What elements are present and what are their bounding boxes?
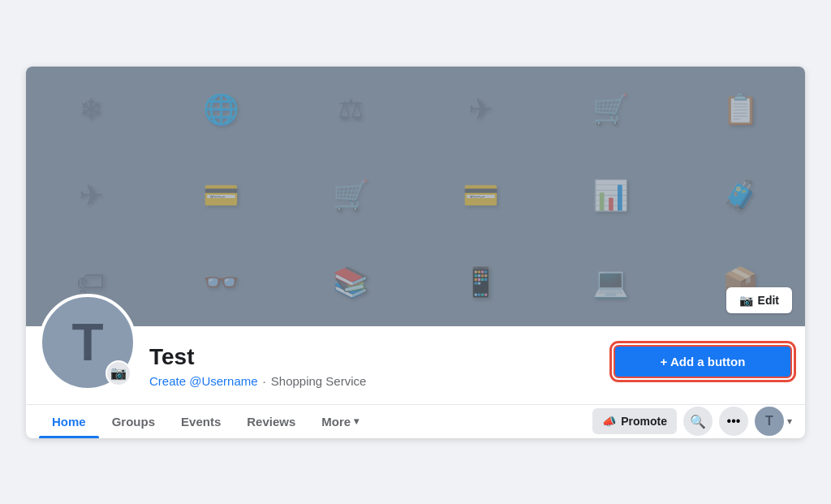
nav-home-label: Home	[52, 415, 86, 429]
page-details: Test Create @Username · Shopping Service	[149, 343, 601, 391]
nav-item-groups[interactable]: Groups	[99, 405, 168, 438]
create-username-link[interactable]: Create @Username	[149, 374, 258, 388]
search-button[interactable]: 🔍	[683, 407, 713, 436]
cover-icon: 💳	[156, 153, 286, 239]
page-category: Shopping Service	[271, 374, 367, 388]
nav-bar: Home Groups Events Reviews More ▾ 📣 Prom…	[26, 404, 805, 438]
promote-label: Promote	[621, 415, 667, 428]
promote-button[interactable]: 📣 Promote	[592, 408, 677, 434]
search-icon: 🔍	[690, 414, 706, 429]
nav-item-events[interactable]: Events	[168, 405, 234, 438]
cover-icons-grid: ❄ 🌐 ⚖ ✈ 🛒 📋 ✈ 💳 🛒 💳 📊 🧳 🏷 👓 📚 📱 💻 📦	[26, 67, 805, 326]
nav-links: Home Groups Events Reviews More ▾	[39, 405, 372, 438]
nav-reviews-label: Reviews	[247, 415, 295, 429]
profile-info-row: T 📷 Test Create @Username · Shopping Ser…	[39, 326, 792, 404]
action-buttons: + Add a button	[614, 345, 792, 391]
cover-icon: ⚖	[286, 67, 416, 153]
ellipsis-icon: •••	[727, 414, 741, 429]
nav-more-label: More	[321, 415, 351, 429]
facebook-page-container: ❄ 🌐 ⚖ ✈ 🛒 📋 ✈ 💳 🛒 💳 📊 🧳 🏷 👓 📚 📱 💻 📦 📷 Ed…	[26, 67, 805, 438]
dot-separator: ·	[263, 374, 266, 388]
cover-icon: 📊	[545, 153, 675, 239]
nav-item-home[interactable]: Home	[39, 405, 99, 438]
cover-icon: 🧳	[675, 153, 805, 239]
avatar-wrapper: T 📷	[39, 294, 136, 391]
cover-icon: 📱	[416, 239, 545, 326]
nav-actions: 📣 Promote 🔍 ••• T ▾	[592, 407, 792, 436]
cover-icon: 🛒	[286, 153, 416, 239]
cover-icon: 💻	[545, 239, 675, 326]
camera-icon: 📷	[739, 294, 753, 307]
nav-avatar-button[interactable]: T	[755, 407, 784, 436]
page-meta: Create @Username · Shopping Service	[149, 374, 601, 388]
nav-avatar-group: T ▾	[755, 407, 792, 436]
edit-cover-label: Edit	[758, 294, 779, 307]
nav-item-reviews[interactable]: Reviews	[234, 405, 308, 438]
nav-groups-label: Groups	[112, 415, 155, 429]
avatar-letter: T	[71, 312, 103, 373]
cover-icon: 👓	[156, 239, 286, 326]
profile-section: T 📷 Test Create @Username · Shopping Ser…	[26, 326, 805, 404]
cover-icon: ❄	[26, 67, 156, 153]
cover-icon: 💳	[416, 153, 545, 239]
cover-icon: 📋	[675, 67, 805, 153]
nav-item-more[interactable]: More ▾	[308, 405, 372, 438]
nav-avatar-letter: T	[765, 414, 773, 429]
cover-icon: 🌐	[156, 67, 286, 153]
cover-icon: ✈	[26, 153, 156, 239]
cover-icon: 🛒	[545, 67, 675, 153]
add-button-cta[interactable]: + Add a button	[614, 345, 792, 378]
more-options-button[interactable]: •••	[719, 407, 748, 436]
page-name: Test	[149, 343, 601, 371]
edit-cover-button[interactable]: 📷 Edit	[726, 287, 792, 313]
cover-photo: ❄ 🌐 ⚖ ✈ 🛒 📋 ✈ 💳 🛒 💳 📊 🧳 🏷 👓 📚 📱 💻 📦 📷 Ed…	[26, 67, 805, 326]
nav-avatar-chevron-icon: ▾	[787, 416, 792, 427]
cover-icon: 📚	[286, 239, 416, 326]
chevron-down-icon: ▾	[354, 416, 359, 427]
megaphone-icon: 📣	[602, 415, 616, 428]
avatar-camera-button[interactable]: 📷	[105, 360, 131, 386]
cover-icon: ✈	[416, 67, 545, 153]
nav-events-label: Events	[181, 415, 221, 429]
camera-icon: 📷	[110, 365, 127, 381]
